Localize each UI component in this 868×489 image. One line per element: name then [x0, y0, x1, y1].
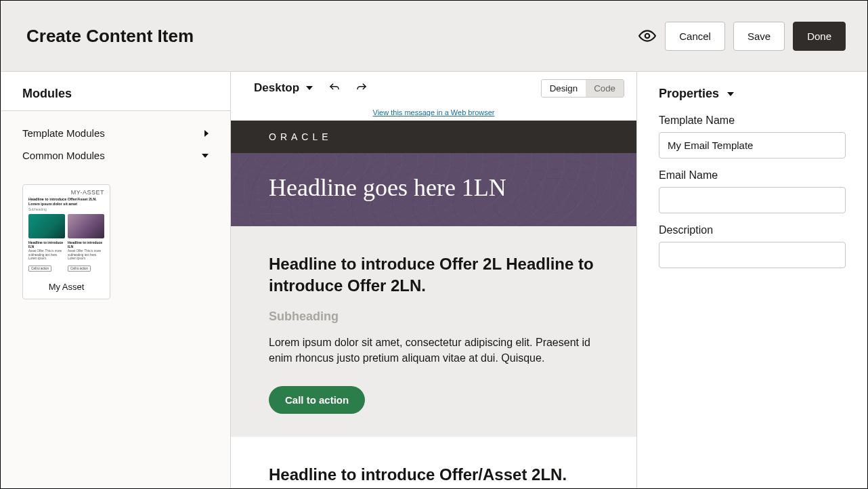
properties-label: Properties [659, 87, 719, 101]
common-modules-label: Common Modules [22, 150, 105, 161]
tab-code[interactable]: Code [586, 80, 624, 97]
canvas-toolbar: Desktop Design Code [231, 72, 636, 104]
thumb-body-left: Asset Offer. This is more subheading tex… [28, 249, 65, 260]
chevron-down-icon [202, 154, 209, 158]
chevron-down-icon [306, 86, 313, 90]
asset-label: My Asset [23, 276, 110, 299]
asset-chip: MY-ASSET [23, 185, 110, 197]
asset-thumbnail: Headline to introduce Offer/Asset 2LN. L… [23, 197, 110, 276]
web-view-bar: View this message in a Web browser [231, 104, 636, 121]
second-headline: Headline to introduce Offer/Asset 2LN. L… [269, 464, 599, 488]
properties-panel: Properties Template Name Email Name Desc… [637, 72, 867, 488]
template-name-input[interactable] [659, 132, 846, 158]
template-modules-group[interactable]: Template Modules [22, 122, 209, 144]
web-view-link[interactable]: View this message in a Web browser [373, 108, 495, 116]
description-input[interactable] [659, 242, 846, 268]
undo-icon[interactable] [328, 81, 341, 95]
thumb-sub: Subheading [28, 207, 104, 211]
page-title: Create Content Item [26, 26, 194, 47]
cta-button[interactable]: Call to action [269, 386, 365, 414]
description-label: Description [659, 224, 846, 236]
thumb-cta-right: Call to action [68, 265, 91, 272]
email-name-label: Email Name [659, 169, 846, 182]
thumb-cta-left: Call to action [28, 265, 51, 272]
modules-heading: Modules [1, 72, 230, 111]
template-modules-label: Template Modules [22, 127, 105, 139]
canvas-scroll[interactable]: View this message in a Web browser ORACL… [231, 104, 636, 488]
offer-subheading: Subheading [269, 310, 599, 324]
thumb-cap-left: Headline to introduce ILN [28, 240, 65, 249]
design-code-toggle: Design Code [541, 79, 624, 98]
asset-card[interactable]: MY-ASSET Headline to introduce Offer/Ass… [22, 184, 110, 299]
thumb-image-right [68, 214, 104, 238]
hero-banner: Headline goes here 1LN [231, 153, 636, 226]
done-button[interactable]: Done [793, 22, 846, 51]
offer-body: Lorem ipsum dolor sit amet, consectetur … [269, 335, 599, 366]
second-section: Headline to introduce Offer/Asset 2LN. L… [231, 437, 636, 488]
email-name-input[interactable] [659, 187, 846, 213]
redo-icon[interactable] [355, 81, 368, 95]
tab-design[interactable]: Design [542, 80, 586, 97]
brand-logo: ORACLE [269, 131, 599, 142]
chevron-right-icon [204, 130, 209, 137]
svg-point-0 [645, 34, 650, 39]
properties-heading[interactable]: Properties [637, 72, 867, 110]
save-button[interactable]: Save [733, 22, 785, 51]
common-modules-group[interactable]: Common Modules [22, 144, 209, 167]
thumb-cap-right: Headline to introduce ILN [68, 240, 104, 249]
canvas-panel: Desktop Design Code V [231, 72, 637, 488]
offer-section: Headline to introduce Offer 2L Headline … [231, 226, 636, 437]
template-name-label: Template Name [659, 114, 846, 127]
thumb-headline: Headline to introduce Offer/Asset 2LN. L… [28, 197, 104, 206]
brand-bar: ORACLE [231, 121, 636, 153]
thumb-image-left [28, 214, 65, 238]
hero-headline: Headline goes here 1LN [269, 173, 599, 202]
viewport-label: Desktop [254, 81, 299, 95]
thumb-body-right: Asset Offer. This is more subheading tex… [68, 249, 104, 260]
chevron-down-icon [727, 92, 734, 96]
modules-panel: Modules Template Modules Common Modules … [1, 72, 231, 488]
preview-icon[interactable] [638, 26, 657, 45]
viewport-selector[interactable]: Desktop [254, 81, 313, 95]
offer-headline: Headline to introduce Offer 2L Headline … [269, 253, 599, 297]
cancel-button[interactable]: Cancel [665, 22, 725, 51]
